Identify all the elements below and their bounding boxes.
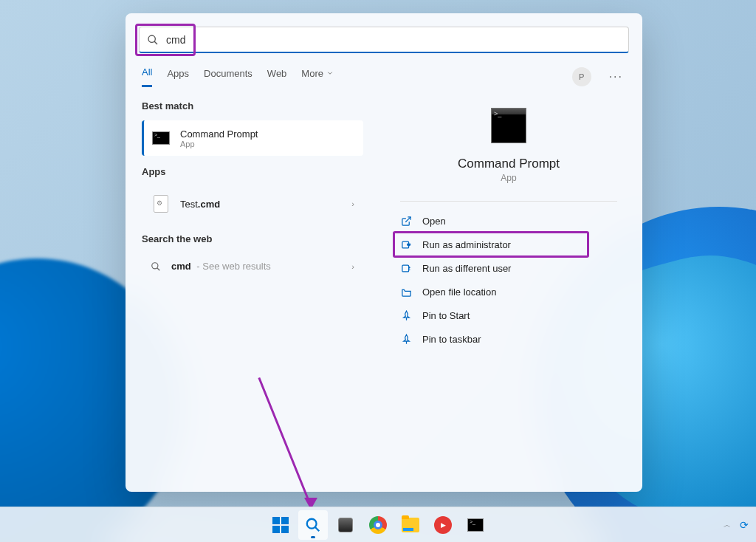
detail-title: Command Prompt <box>385 157 632 171</box>
tab-apps[interactable]: Apps <box>167 68 189 86</box>
pin-icon <box>400 333 412 345</box>
tray-overflow-icon[interactable]: ︿ <box>724 520 731 530</box>
task-view-icon <box>338 518 353 532</box>
svg-point-0 <box>148 35 155 42</box>
action-label: Run as different user <box>422 263 511 274</box>
action-label: Open <box>422 216 446 227</box>
svg-line-11 <box>315 526 320 531</box>
result-title: Command Prompt <box>180 128 258 140</box>
svg-line-4 <box>405 216 410 222</box>
web-suffix: - See web results <box>194 261 271 272</box>
taskbar-chrome[interactable] <box>363 510 393 540</box>
app-icon <box>434 516 452 534</box>
cmd-icon <box>467 518 484 532</box>
windows-logo-icon <box>272 517 289 533</box>
action-label: Run as administrator <box>422 239 511 250</box>
action-run-different-user[interactable]: Run as different user <box>391 256 626 280</box>
action-pin-taskbar[interactable]: Pin to taskbar <box>391 327 626 351</box>
chevron-right-icon: › <box>351 262 354 271</box>
tab-all[interactable]: All <box>142 66 152 87</box>
task-view-button[interactable] <box>331 510 360 540</box>
search-bar[interactable] <box>139 27 629 53</box>
action-pin-start[interactable]: Pin to Start <box>391 303 626 327</box>
user-avatar[interactable]: P <box>572 67 591 86</box>
search-icon <box>147 34 159 46</box>
action-label: Open file location <box>422 287 496 298</box>
taskbar-explorer[interactable] <box>396 510 425 540</box>
chrome-icon <box>369 516 387 534</box>
taskbar-search-button[interactable] <box>298 510 328 540</box>
file-icon <box>154 195 168 213</box>
web-term: cmd <box>171 261 191 272</box>
cmd-icon <box>152 131 170 145</box>
svg-line-1 <box>154 41 157 44</box>
more-options-button[interactable]: ··· <box>606 70 626 83</box>
svg-line-3 <box>157 267 160 270</box>
result-match: .cmd <box>198 199 220 210</box>
folder-icon <box>402 518 419 532</box>
onedrive-icon[interactable]: ⟳ <box>740 519 749 531</box>
detail-subtitle: App <box>385 173 632 183</box>
svg-point-10 <box>307 518 317 528</box>
cmd-icon-large <box>491 108 526 143</box>
result-prefix: Test <box>180 199 198 210</box>
results-column: Best match Command Prompt App Apps Test.… <box>142 100 363 351</box>
section-apps: Apps <box>142 166 363 177</box>
shield-icon <box>400 239 412 250</box>
action-open-file-location[interactable]: Open file location <box>391 280 626 303</box>
action-label: Pin to taskbar <box>422 334 481 345</box>
detail-column: Command Prompt App Open Run as administr… <box>371 100 632 351</box>
action-label: Pin to Start <box>422 310 470 321</box>
svg-point-2 <box>152 262 158 268</box>
system-tray[interactable]: ︿ ⟳ <box>724 519 749 531</box>
result-web-cmd[interactable]: cmd - See web results › <box>142 253 363 279</box>
tab-more-label: More <box>301 68 323 79</box>
search-input[interactable] <box>166 34 621 46</box>
section-best-match: Best match <box>142 100 363 112</box>
folder-icon <box>400 286 412 298</box>
open-icon <box>400 215 412 227</box>
divider <box>400 201 617 202</box>
taskbar: ︿ ⟳ <box>0 507 756 542</box>
svg-point-7 <box>408 267 410 269</box>
chevron-right-icon: › <box>351 199 354 208</box>
search-icon <box>305 517 321 533</box>
taskbar-app-red[interactable] <box>428 510 458 540</box>
tab-documents[interactable]: Documents <box>204 68 252 86</box>
section-web: Search the web <box>142 233 363 244</box>
start-button[interactable] <box>266 510 295 540</box>
search-tabs: All Apps Documents Web More P ··· <box>126 53 642 87</box>
search-icon <box>151 261 161 272</box>
action-open[interactable]: Open <box>391 209 626 233</box>
chevron-down-icon <box>326 69 334 77</box>
tab-web[interactable]: Web <box>267 68 287 86</box>
result-subtitle: App <box>180 140 258 148</box>
result-command-prompt[interactable]: Command Prompt App <box>142 120 363 156</box>
taskbar-cmd[interactable] <box>461 510 490 540</box>
tab-more[interactable]: More <box>301 68 334 86</box>
user-icon <box>400 262 412 274</box>
pin-icon <box>400 309 412 321</box>
svg-rect-6 <box>402 265 408 272</box>
result-test-cmd[interactable]: Test.cmd › <box>142 186 363 222</box>
action-run-admin[interactable]: Run as administrator <box>391 233 626 256</box>
start-search-panel: All Apps Documents Web More P ··· Best m… <box>126 13 642 492</box>
